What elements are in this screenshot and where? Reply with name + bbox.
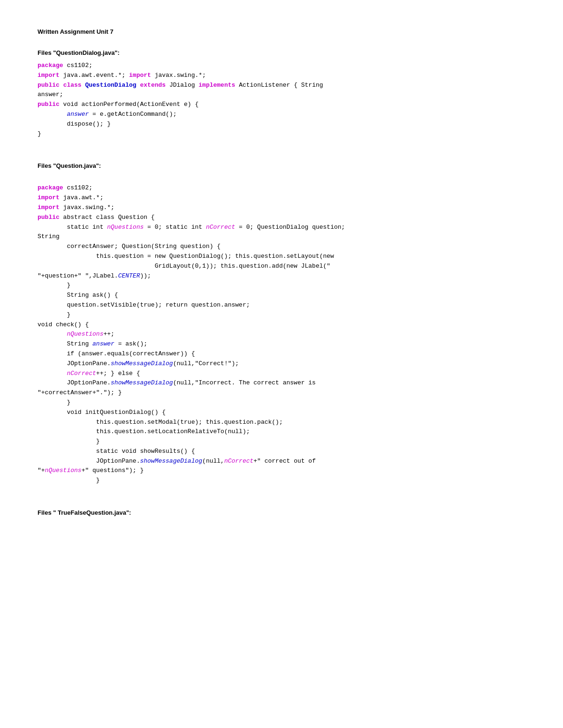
- file1-label: Files "QuestionDialog.java":: [38, 49, 525, 56]
- file1-code: package cs1102; import java.awt.event.*;…: [38, 61, 525, 139]
- file3-label: Files " TrueFalseQuestion.java":: [38, 509, 525, 516]
- file2-code: package cs1102; import java.awt.*; impor…: [38, 183, 525, 486]
- page-title: Written Assignment Unit 7: [38, 28, 525, 35]
- file2-label: Files "Question.java":: [38, 162, 525, 169]
